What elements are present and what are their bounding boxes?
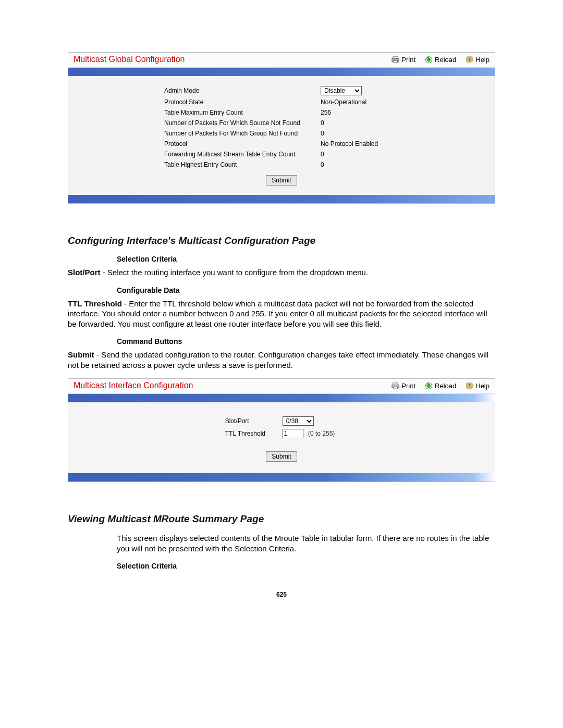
label: Table Maximum Entry Count bbox=[164, 107, 321, 118]
term-ttl: TTL Threshold bbox=[68, 299, 122, 308]
ttl-threshold-input[interactable] bbox=[283, 429, 303, 438]
panel-header: Multicast Interface Configuration Print … bbox=[68, 379, 495, 394]
panel-body: Admin Mode Disable Protocol State Non-Op… bbox=[68, 76, 495, 195]
label: Protocol State bbox=[164, 97, 321, 107]
print-label: Print bbox=[401, 56, 415, 64]
print-icon bbox=[391, 382, 399, 390]
row-slotport: Slot/Port 0/38 bbox=[225, 415, 338, 427]
panel-actions: Print Reload ? Help bbox=[391, 56, 489, 64]
interface-config-table: Slot/Port 0/38 TTL Threshold (0 to 255) bbox=[225, 415, 338, 440]
value: (0 to 255) bbox=[283, 427, 338, 440]
label: Forwarding Multicast Stream Table Entry … bbox=[164, 149, 321, 159]
slotport-select[interactable]: 0/38 bbox=[283, 416, 314, 426]
term-slotport: Slot/Port bbox=[68, 268, 101, 277]
row-ttl-threshold: TTL Threshold (0 to 255) bbox=[225, 427, 338, 440]
panel-body: Slot/Port 0/38 TTL Threshold (0 to 255) … bbox=[68, 402, 495, 473]
row-pkts-src-not-found: Number of Packets For Which Source Not F… bbox=[164, 118, 399, 128]
paragraph-ttl: TTL Threshold - Enter the TTL threshold … bbox=[68, 299, 495, 329]
row-fwd-stream-count: Forwarding Multicast Stream Table Entry … bbox=[164, 149, 399, 159]
svg-rect-9 bbox=[394, 387, 398, 389]
svg-text:?: ? bbox=[468, 57, 471, 62]
row-protocol-state: Protocol State Non-Operational bbox=[164, 97, 399, 107]
value: 0/38 bbox=[283, 415, 338, 427]
help-button[interactable]: ? Help bbox=[466, 382, 489, 390]
help-icon: ? bbox=[466, 56, 473, 64]
value: 256 bbox=[321, 107, 399, 118]
panel-divider-top bbox=[68, 394, 495, 402]
subheading-selection-criteria: Selection Criteria bbox=[117, 255, 495, 263]
reload-icon bbox=[425, 56, 433, 64]
row-admin-mode: Admin Mode Disable bbox=[164, 84, 399, 97]
submit-button[interactable]: Submit bbox=[266, 451, 297, 462]
print-label: Print bbox=[401, 382, 415, 390]
label: Table Highest Entry Count bbox=[164, 159, 321, 170]
panel-divider-top bbox=[68, 68, 495, 76]
row-pkts-grp-not-found: Number of Packets For Which Group Not Fo… bbox=[164, 128, 399, 139]
label: Number of Packets For Which Group Not Fo… bbox=[164, 128, 321, 139]
help-button[interactable]: ? Help bbox=[466, 56, 489, 64]
panel-title: Multicast Global Configuration bbox=[74, 55, 391, 64]
value: Non-Operational bbox=[321, 97, 399, 107]
term-submit: Submit bbox=[68, 350, 94, 359]
multicast-global-config-panel: Multicast Global Configuration Print Rel… bbox=[68, 52, 495, 204]
reload-button[interactable]: Reload bbox=[425, 56, 456, 64]
paragraph-slotport: Slot/Port - Select the routing interface… bbox=[68, 267, 495, 278]
multicast-interface-config-panel: Multicast Interface Configuration Print … bbox=[68, 378, 495, 482]
row-table-max-entry: Table Maximum Entry Count 256 bbox=[164, 107, 399, 118]
paragraph-mroute-intro: This screen displays selected contents o… bbox=[117, 533, 495, 553]
reload-label: Reload bbox=[435, 56, 456, 64]
help-label: Help bbox=[475, 56, 489, 64]
help-icon: ? bbox=[466, 382, 473, 390]
print-icon bbox=[391, 56, 399, 64]
config-table: Admin Mode Disable Protocol State Non-Op… bbox=[164, 84, 399, 170]
print-button[interactable]: Print bbox=[391, 382, 415, 390]
help-label: Help bbox=[475, 382, 489, 390]
panel-divider-bottom bbox=[68, 473, 495, 482]
subheading-command-buttons: Command Buttons bbox=[117, 337, 495, 346]
panel-header: Multicast Global Configuration Print Rel… bbox=[68, 53, 495, 68]
svg-rect-0 bbox=[393, 56, 398, 58]
label: Number of Packets For Which Source Not F… bbox=[164, 118, 321, 128]
reload-button[interactable]: Reload bbox=[425, 382, 456, 390]
value: 0 bbox=[321, 159, 399, 170]
reload-label: Reload bbox=[435, 382, 456, 390]
subheading-configurable-data: Configurable Data bbox=[117, 286, 495, 294]
text-submit: - Send the updated configuration to the … bbox=[68, 350, 488, 369]
label: Slot/Port bbox=[225, 415, 283, 427]
page-number: 625 bbox=[68, 591, 495, 598]
reload-icon bbox=[425, 382, 433, 390]
text-ttl: - Enter the TTL threshold below which a … bbox=[68, 299, 487, 328]
paragraph-submit: Submit - Send the updated configuration … bbox=[68, 350, 495, 370]
value: 0 bbox=[321, 118, 399, 128]
value: No Protocol Enabled bbox=[321, 139, 399, 149]
text-slotport: - Select the routing interface you want … bbox=[101, 268, 369, 277]
value: 0 bbox=[321, 128, 399, 139]
admin-mode-select[interactable]: Disable bbox=[321, 86, 362, 95]
row-protocol: Protocol No Protocol Enabled bbox=[164, 139, 399, 149]
svg-text:?: ? bbox=[468, 383, 471, 388]
svg-rect-7 bbox=[393, 382, 398, 385]
panel-actions: Print Reload ? Help bbox=[391, 382, 489, 390]
label: Protocol bbox=[164, 139, 321, 149]
panel-title: Multicast Interface Configuration bbox=[74, 381, 391, 390]
section-heading-mroute-summary: Viewing Multicast MRoute Summary Page bbox=[68, 513, 495, 525]
row-table-highest-entry: Table Highest Entry Count 0 bbox=[164, 159, 399, 170]
label: TTL Threshold bbox=[225, 427, 283, 440]
label: Admin Mode bbox=[164, 84, 321, 97]
subheading-selection-criteria-2: Selection Criteria bbox=[117, 562, 495, 570]
submit-button[interactable]: Submit bbox=[266, 175, 297, 186]
section-heading-interface-config: Configuring Interface's Multicast Config… bbox=[68, 235, 495, 246]
svg-rect-2 bbox=[394, 60, 398, 63]
print-button[interactable]: Print bbox=[391, 56, 415, 64]
value: Disable bbox=[321, 84, 399, 97]
panel-divider-bottom bbox=[68, 195, 495, 203]
ttl-range-hint: (0 to 255) bbox=[308, 430, 335, 437]
value: 0 bbox=[321, 149, 399, 159]
